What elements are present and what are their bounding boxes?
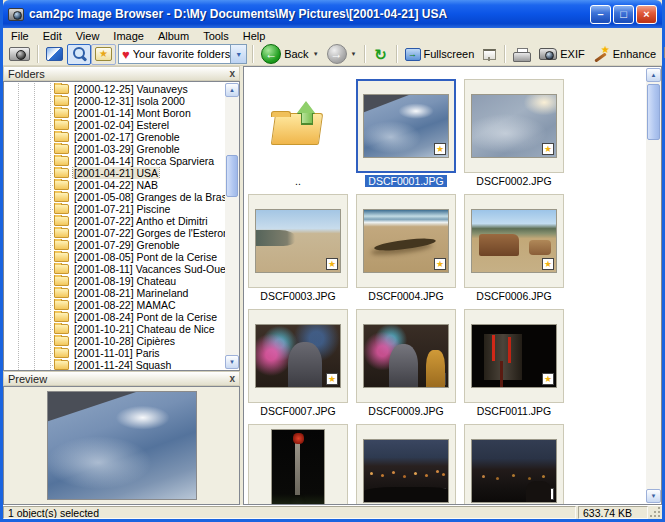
main-content: Folders x [2000-12-25] Vaunaveys [2000-1… <box>3 66 662 505</box>
convert-button[interactable]: → <box>660 44 665 65</box>
thumbnail-item[interactable]: ★ <box>464 424 564 504</box>
folder-tree-item[interactable]: [2001-07-22] Antho et Dimitri <box>4 215 225 227</box>
thumbnail-item[interactable]: ★ DSCF0009.JPG <box>356 309 456 418</box>
folder-tree-item[interactable]: [2001-04-14] Rocca Sparviera <box>4 155 225 167</box>
refresh-icon: ↻ <box>373 47 389 62</box>
refresh-button[interactable]: ↻ <box>369 44 393 65</box>
scroll-up-icon[interactable]: ▲ <box>646 68 661 82</box>
folder-tree-item[interactable]: [2001-08-21] Marineland <box>4 287 225 299</box>
favorite-star-badge: ★ <box>326 373 338 385</box>
folder-tree-item[interactable]: [2001-08-19] Chateau <box>4 275 225 287</box>
folder-tree-item[interactable]: [2001-07-22] Gorges de l'Esteron <box>4 227 225 239</box>
preview-panel-close-icon[interactable]: x <box>229 374 235 384</box>
left-panel: Folders x [2000-12-25] Vaunaveys [2000-1… <box>3 66 240 505</box>
browser-mode-button[interactable] <box>67 44 91 65</box>
favorite-folders-value: Your favorite folders <box>133 48 230 60</box>
status-bar: 1 object(s) selected 633.74 KB <box>3 505 662 519</box>
thumbnail-item[interactable]: ★ <box>356 424 456 504</box>
tree-scrollbar[interactable]: ▲ ▼ <box>225 83 239 369</box>
folder-tree-item[interactable]: [2001-02-04] Esterel <box>4 119 225 131</box>
toolbar-separator <box>504 45 506 63</box>
folder-icon <box>54 204 69 214</box>
dropdown-arrow-icon[interactable]: ▼ <box>230 45 246 63</box>
folder-tree-item[interactable]: [2000-12-25] Vaunaveys <box>4 83 225 95</box>
folder-tree-item[interactable]: [2001-08-22] MAMAC <box>4 299 225 311</box>
back-button[interactable]: ← Back ▼ <box>257 44 322 65</box>
thumbnail-item[interactable]: ★ DSCF0001.JPG <box>356 79 456 188</box>
camera-download-button[interactable] <box>5 44 34 65</box>
scroll-down-icon[interactable]: ▼ <box>646 489 661 503</box>
enhance-button[interactable]: ★ Enhance <box>589 44 660 65</box>
thumbnail-scrollbar-thumb[interactable] <box>647 84 660 140</box>
menu-tools[interactable]: Tools <box>196 29 236 43</box>
folder-tree-item[interactable]: [2001-10-21] Chateau de Nice <box>4 323 225 335</box>
heart-icon: ♥ <box>122 48 130 61</box>
folder-tree-item[interactable]: [2001-07-21] Piscine <box>4 203 225 215</box>
folder-tree-item[interactable]: [2001-11-24] Squash <box>4 359 225 371</box>
print-button[interactable] <box>509 44 535 65</box>
folder-tree-item[interactable]: [2001-10-28] Cipières <box>4 335 225 347</box>
thumbnail-item[interactable]: ★ DSCF0006.JPG <box>464 194 564 303</box>
favorite-star-badge: ★ <box>542 373 554 385</box>
folders-panel-close-icon[interactable]: x <box>229 69 235 79</box>
folder-icon <box>54 252 69 262</box>
thumbnail-image: ★ <box>363 94 449 158</box>
favorite-star-badge: ★ <box>434 488 446 500</box>
exif-button[interactable]: EXIF <box>535 44 588 65</box>
menu-album[interactable]: Album <box>151 29 196 43</box>
folder-tree-item[interactable]: [2001-01-14] Mont Boron <box>4 107 225 119</box>
folder-icon <box>54 96 69 106</box>
close-button[interactable]: × <box>636 5 657 24</box>
folder-tree-item[interactable]: [2001-08-24] Pont de la Cerise <box>4 311 225 323</box>
back-dropdown-icon[interactable]: ▼ <box>313 51 319 57</box>
tree-scrollbar-thumb[interactable] <box>226 155 238 197</box>
scroll-up-icon[interactable]: ▲ <box>225 83 239 97</box>
thumbnail-image: ★ <box>471 439 557 503</box>
maximize-button[interactable]: □ <box>613 5 634 24</box>
favorite-star-badge: ★ <box>326 258 338 270</box>
folder-tree-item-selected[interactable]: [2001-04-21] USA <box>4 167 225 179</box>
folder-icon <box>54 192 69 202</box>
folder-tree-item[interactable]: [2001-03-29] Grenoble <box>4 143 225 155</box>
window-title: cam2pc Image Browser - D:\My Documents\M… <box>29 7 590 21</box>
menu-help[interactable]: Help <box>236 29 273 43</box>
folder-tree-item[interactable]: [2000-12-31] Isola 2000 <box>4 95 225 107</box>
thumbnail-scrollbar[interactable]: ▲ ▼ <box>646 68 661 503</box>
minimize-button[interactable]: – <box>590 5 611 24</box>
thumbnail-image: ★ <box>471 94 557 158</box>
parent-folder-item[interactable]: .. <box>248 79 348 188</box>
app-window: cam2pc Image Browser - D:\My Documents\M… <box>0 0 665 522</box>
menu-view[interactable]: View <box>69 29 107 43</box>
resize-grip[interactable] <box>648 506 662 519</box>
slideshow-button[interactable] <box>478 44 501 65</box>
menu-image[interactable]: Image <box>106 29 151 43</box>
magnifier-icon <box>71 46 87 62</box>
folder-icon <box>54 336 69 346</box>
folder-tree-item[interactable]: [2001-08-11] Vacances Sud-Ouest <box>4 263 225 275</box>
thumbnail-item[interactable] <box>248 424 348 504</box>
folder-tree-item[interactable]: [2001-04-22] NAB <box>4 179 225 191</box>
fullscreen-button[interactable]: → Fullscreen <box>401 44 479 65</box>
folder-tree-item[interactable]: [2001-07-29] Grenoble <box>4 239 225 251</box>
thumbnail-item[interactable]: ★ DSCF0002.JPG <box>464 79 564 188</box>
thumbnail-item[interactable]: ★ DSCF0004.JPG <box>356 194 456 303</box>
folder-icon <box>54 120 69 130</box>
menu-edit[interactable]: Edit <box>36 29 69 43</box>
forward-button[interactable]: → ▼ <box>323 44 361 65</box>
forward-dropdown-icon[interactable]: ▼ <box>351 51 357 57</box>
menu-file[interactable]: File <box>4 29 36 43</box>
folder-icon <box>54 144 69 154</box>
favorites-mode-button[interactable]: ★ <box>91 44 116 65</box>
scroll-down-icon[interactable]: ▼ <box>225 355 239 369</box>
image-viewer-button[interactable] <box>42 44 67 65</box>
folder-tree-item[interactable]: [2001-05-08] Granges de la Brasque <box>4 191 225 203</box>
thumbnail-item[interactable]: ★ DSCF0007.JPG <box>248 309 348 418</box>
folder-tree-item[interactable]: [2001-02-17] Grenoble <box>4 131 225 143</box>
folder-tree-item[interactable]: [2001-08-05] Pont de la Cerise <box>4 251 225 263</box>
favorite-folders-dropdown[interactable]: ♥ Your favorite folders ▼ <box>118 44 247 64</box>
folder-tree: [2000-12-25] Vaunaveys [2000-12-31] Isol… <box>3 81 240 371</box>
thumbnail-item[interactable]: ★ DSCF0011.JPG <box>464 309 564 418</box>
folder-tree-item[interactable]: [2001-11-01] Paris <box>4 347 225 359</box>
thumbnail-item[interactable]: ★ DSCF0003.JPG <box>248 194 348 303</box>
title-bar[interactable]: cam2pc Image Browser - D:\My Documents\M… <box>3 0 662 28</box>
